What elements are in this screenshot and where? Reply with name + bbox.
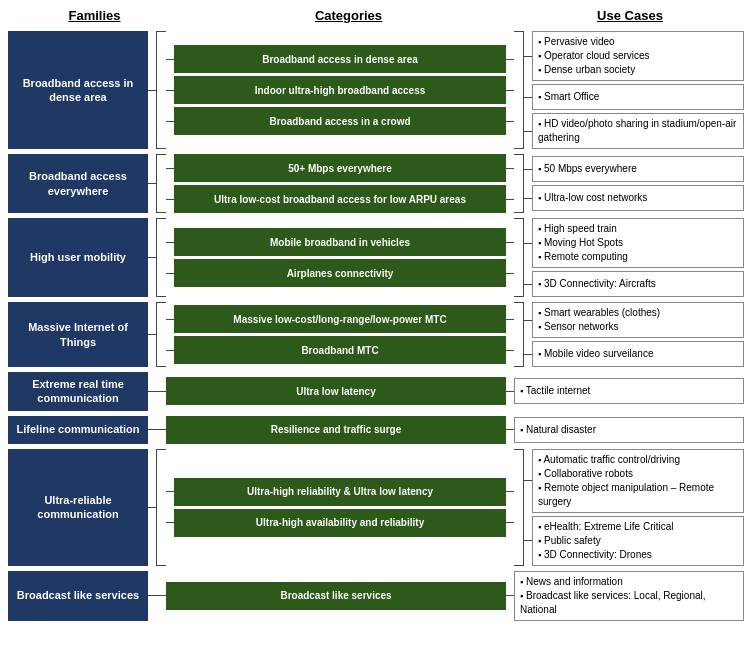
category-button: Indoor ultra-high broadband access — [174, 76, 506, 104]
cat-h-line — [166, 522, 174, 523]
use-case-item: ▪ Operator cloud services — [538, 49, 650, 63]
uses-col: ▪ Natural disaster — [514, 416, 744, 444]
cat-row: Massive low-cost/long-range/low-power MT… — [166, 305, 514, 333]
cat-right-line — [506, 350, 514, 351]
uses-col: ▪ Automatic traffic control/driving▪ Col… — [524, 449, 744, 566]
right-bracket — [514, 302, 524, 367]
cat-row: Ultra low latency — [166, 377, 514, 405]
category-button: Broadband MTC — [174, 336, 506, 364]
cat-row: Mobile broadband in vehicles — [166, 228, 514, 256]
category-button: Broadcast like services — [166, 582, 506, 610]
use-row: ▪ 3D Connectivity: Aircrafts — [524, 271, 744, 297]
use-h-line — [524, 284, 532, 285]
use-case-item: ▪ Sensor networks — [538, 320, 660, 334]
header-row: Families Categories Use Cases — [8, 8, 744, 23]
cat-h-line — [166, 350, 174, 351]
left-connector — [148, 449, 156, 566]
family-cell: Extreme real time communication — [8, 372, 148, 411]
use-row: ▪ Mobile video surveilance — [524, 341, 744, 367]
cats-col: Broadcast like services — [166, 571, 514, 621]
family-cell: Lifeline communication — [8, 416, 148, 444]
uses-wrapper: ▪ News and information▪ Broadcast like s… — [514, 571, 744, 621]
cats-wrapper: Resilience and traffic surge — [156, 416, 514, 444]
category-button: Airplanes connectivity — [174, 259, 506, 287]
bracket-and-cats: Resilience and traffic surge — [156, 416, 514, 444]
use-h-line — [524, 198, 532, 199]
group-row: High user mobilityMobile broadband in ve… — [8, 218, 744, 297]
cat-row: Broadband MTC — [166, 336, 514, 364]
use-case-box: ▪ Smart Office — [532, 84, 744, 110]
use-case-box: ▪ Smart wearables (clothes)▪ Sensor netw… — [532, 302, 744, 338]
use-h-line — [524, 97, 532, 98]
cats-col: Resilience and traffic surge — [166, 416, 514, 444]
cat-right-line — [506, 242, 514, 243]
use-h-line — [524, 320, 532, 321]
uses-col: ▪ High speed train▪ Moving Hot Spots▪ Re… — [524, 218, 744, 297]
cat-right-line — [506, 168, 514, 169]
single-line — [156, 429, 166, 430]
use-case-box: ▪ 50 Mbps everywhere — [532, 156, 744, 182]
left-connector — [148, 302, 156, 367]
use-case-item: ▪ Moving Hot Spots — [538, 236, 628, 250]
cat-right-line — [506, 391, 514, 392]
left-connector — [148, 154, 156, 213]
use-case-item: ▪ Public safety — [538, 534, 673, 548]
cat-row: Broadband access in dense area — [166, 45, 514, 73]
bracket-and-cats: Ultra-high reliability & Ultra low laten… — [156, 449, 514, 566]
cat-row: Indoor ultra-high broadband access — [166, 76, 514, 104]
cat-row: Broadcast like services — [166, 582, 514, 610]
use-h-line — [524, 540, 532, 541]
use-case-item: ▪ Smart wearables (clothes) — [538, 306, 660, 320]
cat-row: Resilience and traffic surge — [166, 416, 514, 444]
cats-wrapper: Ultra low latency — [156, 372, 514, 411]
use-row: ▪ HD video/photo sharing in stadium/open… — [524, 113, 744, 149]
cat-h-line — [166, 168, 174, 169]
main-container: Families Categories Use Cases Broadband … — [0, 0, 752, 634]
category-button: Ultra low latency — [166, 377, 506, 405]
category-button: Ultra-high reliability & Ultra low laten… — [174, 478, 506, 506]
category-button: Massive low-cost/long-range/low-power MT… — [174, 305, 506, 333]
right-bracket — [514, 31, 524, 149]
uses-wrapper: ▪ Smart wearables (clothes)▪ Sensor netw… — [514, 302, 744, 367]
use-case-item: ▪ Pervasive video — [538, 35, 650, 49]
use-row: ▪ Smart wearables (clothes)▪ Sensor netw… — [524, 302, 744, 338]
group-row: Ultra-reliable communicationUltra-high r… — [8, 449, 744, 566]
group-row: Massive Internet of ThingsMassive low-co… — [8, 302, 744, 367]
use-case-box: ▪ Ultra-low cost networks — [532, 185, 744, 211]
cats-wrapper: Massive low-cost/long-range/low-power MT… — [156, 302, 514, 367]
cat-right-line — [506, 59, 514, 60]
family-cell: Ultra-reliable communication — [8, 449, 148, 566]
bracket-and-cats: 50+ Mbps everywhereUltra low-cost broadb… — [156, 154, 514, 213]
cat-h-line — [166, 491, 174, 492]
group-row: Extreme real time communicationUltra low… — [8, 372, 744, 411]
category-button: Mobile broadband in vehicles — [174, 228, 506, 256]
cat-h-line — [166, 121, 174, 122]
use-case-box: ▪ Automatic traffic control/driving▪ Col… — [532, 449, 744, 513]
right-bracket — [514, 449, 524, 566]
use-case-item: ▪ Collaborative robots — [538, 467, 738, 481]
family-cell: High user mobility — [8, 218, 148, 297]
use-row: ▪ Tactile internet — [514, 378, 744, 404]
use-case-box: ▪ Pervasive video▪ Operator cloud servic… — [532, 31, 744, 81]
group-row: Lifeline communicationResilience and tra… — [8, 416, 744, 444]
cat-right-line — [506, 121, 514, 122]
use-case-box: ▪ Tactile internet — [514, 378, 744, 404]
header-categories: Categories — [177, 8, 520, 23]
use-case-box: ▪ News and information▪ Broadcast like s… — [514, 571, 744, 621]
use-case-box: ▪ Mobile video surveilance — [532, 341, 744, 367]
use-row: ▪ News and information▪ Broadcast like s… — [514, 571, 744, 621]
cat-right-line — [506, 595, 514, 596]
left-bracket — [156, 449, 166, 566]
use-case-item: ▪ Automatic traffic control/driving — [538, 453, 738, 467]
cats-col: 50+ Mbps everywhereUltra low-cost broadb… — [166, 154, 514, 213]
use-row: ▪ Smart Office — [524, 84, 744, 110]
use-case-item: ▪ 3D Connectivity: Drones — [538, 548, 673, 562]
group-row: Broadband access in dense areaBroadband … — [8, 31, 744, 149]
use-row: ▪ Ultra-low cost networks — [524, 185, 744, 211]
header-usecases: Use Cases — [520, 8, 740, 23]
cat-right-line — [506, 491, 514, 492]
cats-col: Ultra low latency — [166, 372, 514, 411]
cat-row: Ultra low-cost broadband access for low … — [166, 185, 514, 213]
bracket-and-cats: Massive low-cost/long-range/low-power MT… — [156, 302, 514, 367]
family-cell: Broadband access in dense area — [8, 31, 148, 149]
